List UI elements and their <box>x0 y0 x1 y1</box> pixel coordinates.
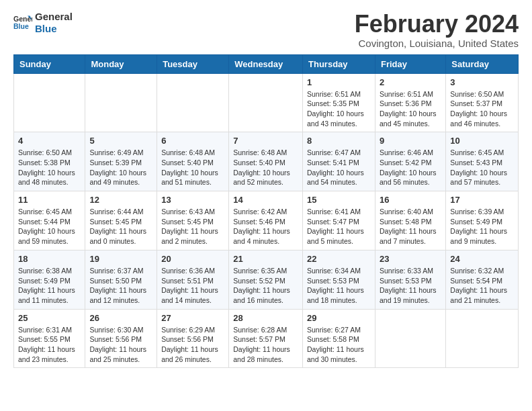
calendar-cell: 17Sunrise: 6:39 AM Sunset: 5:49 PM Dayli… <box>446 191 519 250</box>
calendar-cell <box>85 73 157 132</box>
day-number: 5 <box>89 136 152 146</box>
calendar-cell: 1Sunrise: 6:51 AM Sunset: 5:35 PM Daylig… <box>303 73 375 132</box>
day-info: Sunrise: 6:32 AM Sunset: 5:54 PM Dayligh… <box>450 266 514 306</box>
day-number: 15 <box>307 195 371 205</box>
week-row-2: 11Sunrise: 6:45 AM Sunset: 5:44 PM Dayli… <box>14 191 519 250</box>
day-number: 7 <box>233 136 298 146</box>
title-section: February 2024 Covington, Louisiana, Unit… <box>355 11 519 49</box>
calendar-cell <box>229 73 303 132</box>
day-info: Sunrise: 6:41 AM Sunset: 5:47 PM Dayligh… <box>307 207 371 246</box>
day-info: Sunrise: 6:33 AM Sunset: 5:53 PM Dayligh… <box>380 266 441 306</box>
week-row-0: 1Sunrise: 6:51 AM Sunset: 5:35 PM Daylig… <box>14 73 519 132</box>
day-number: 6 <box>161 136 224 146</box>
calendar-cell: 20Sunrise: 6:36 AM Sunset: 5:51 PM Dayli… <box>157 250 229 309</box>
day-info: Sunrise: 6:48 AM Sunset: 5:40 PM Dayligh… <box>161 148 224 187</box>
day-number: 26 <box>89 313 152 323</box>
day-info: Sunrise: 6:46 AM Sunset: 5:42 PM Dayligh… <box>380 148 441 187</box>
day-info: Sunrise: 6:34 AM Sunset: 5:53 PM Dayligh… <box>307 266 371 306</box>
calendar-cell: 26Sunrise: 6:30 AM Sunset: 5:56 PM Dayli… <box>85 309 157 368</box>
calendar-cell: 19Sunrise: 6:37 AM Sunset: 5:50 PM Dayli… <box>85 250 157 309</box>
day-info: Sunrise: 6:44 AM Sunset: 5:45 PM Dayligh… <box>89 207 152 246</box>
location-title: Covington, Louisiana, United States <box>355 38 519 49</box>
day-number: 8 <box>307 136 371 146</box>
calendar-cell: 11Sunrise: 6:45 AM Sunset: 5:44 PM Dayli… <box>14 191 85 250</box>
logo-icon: General Blue <box>13 13 32 32</box>
day-number: 24 <box>450 254 514 264</box>
day-number: 9 <box>380 136 441 146</box>
day-number: 11 <box>18 195 81 205</box>
day-number: 4 <box>18 136 81 146</box>
week-row-3: 18Sunrise: 6:38 AM Sunset: 5:49 PM Dayli… <box>14 250 519 309</box>
calendar-cell <box>14 73 85 132</box>
week-row-1: 4Sunrise: 6:50 AM Sunset: 5:38 PM Daylig… <box>14 132 519 191</box>
day-info: Sunrise: 6:27 AM Sunset: 5:58 PM Dayligh… <box>307 325 371 365</box>
day-info: Sunrise: 6:37 AM Sunset: 5:50 PM Dayligh… <box>89 266 152 306</box>
calendar-cell: 7Sunrise: 6:48 AM Sunset: 5:40 PM Daylig… <box>229 132 303 191</box>
day-info: Sunrise: 6:30 AM Sunset: 5:56 PM Dayligh… <box>89 325 152 365</box>
day-info: Sunrise: 6:39 AM Sunset: 5:49 PM Dayligh… <box>450 207 514 246</box>
calendar-cell: 9Sunrise: 6:46 AM Sunset: 5:42 PM Daylig… <box>375 132 445 191</box>
day-number: 28 <box>233 313 298 323</box>
calendar-cell: 13Sunrise: 6:43 AM Sunset: 5:45 PM Dayli… <box>157 191 229 250</box>
day-number: 25 <box>18 313 81 323</box>
calendar-cell: 21Sunrise: 6:35 AM Sunset: 5:52 PM Dayli… <box>229 250 303 309</box>
day-info: Sunrise: 6:28 AM Sunset: 5:57 PM Dayligh… <box>233 325 298 365</box>
calendar-cell: 22Sunrise: 6:34 AM Sunset: 5:53 PM Dayli… <box>303 250 375 309</box>
day-number: 29 <box>307 313 371 323</box>
day-number: 12 <box>89 195 152 205</box>
day-info: Sunrise: 6:43 AM Sunset: 5:45 PM Dayligh… <box>161 207 224 246</box>
day-number: 18 <box>18 254 81 264</box>
calendar-cell: 3Sunrise: 6:50 AM Sunset: 5:37 PM Daylig… <box>446 73 519 132</box>
day-info: Sunrise: 6:51 AM Sunset: 5:35 PM Dayligh… <box>307 89 371 129</box>
day-number: 2 <box>380 77 441 87</box>
calendar-cell <box>375 309 445 368</box>
day-info: Sunrise: 6:31 AM Sunset: 5:55 PM Dayligh… <box>18 325 81 365</box>
calendar-cell: 16Sunrise: 6:40 AM Sunset: 5:48 PM Dayli… <box>375 191 445 250</box>
day-number: 10 <box>450 136 514 146</box>
calendar-cell: 14Sunrise: 6:42 AM Sunset: 5:46 PM Dayli… <box>229 191 303 250</box>
calendar-cell: 15Sunrise: 6:41 AM Sunset: 5:47 PM Dayli… <box>303 191 375 250</box>
header-wednesday: Wednesday <box>229 54 303 73</box>
day-info: Sunrise: 6:49 AM Sunset: 5:39 PM Dayligh… <box>89 148 152 187</box>
calendar-cell: 6Sunrise: 6:48 AM Sunset: 5:40 PM Daylig… <box>157 132 229 191</box>
weekday-header-row: Sunday Monday Tuesday Wednesday Thursday… <box>14 54 519 73</box>
calendar-cell: 4Sunrise: 6:50 AM Sunset: 5:38 PM Daylig… <box>14 132 85 191</box>
calendar-cell: 2Sunrise: 6:51 AM Sunset: 5:36 PM Daylig… <box>375 73 445 132</box>
calendar-cell: 28Sunrise: 6:28 AM Sunset: 5:57 PM Dayli… <box>229 309 303 368</box>
calendar-cell <box>446 309 519 368</box>
header-saturday: Saturday <box>446 54 519 73</box>
day-info: Sunrise: 6:29 AM Sunset: 5:56 PM Dayligh… <box>161 325 224 365</box>
day-number: 1 <box>307 77 371 87</box>
day-info: Sunrise: 6:50 AM Sunset: 5:37 PM Dayligh… <box>450 89 514 129</box>
logo-line1: General <box>35 11 73 23</box>
day-number: 3 <box>450 77 514 87</box>
calendar-cell: 25Sunrise: 6:31 AM Sunset: 5:55 PM Dayli… <box>14 309 85 368</box>
day-number: 13 <box>161 195 224 205</box>
day-info: Sunrise: 6:47 AM Sunset: 5:41 PM Dayligh… <box>307 148 371 187</box>
day-info: Sunrise: 6:36 AM Sunset: 5:51 PM Dayligh… <box>161 266 224 306</box>
day-number: 19 <box>89 254 152 264</box>
day-info: Sunrise: 6:40 AM Sunset: 5:48 PM Dayligh… <box>380 207 441 246</box>
day-info: Sunrise: 6:48 AM Sunset: 5:40 PM Dayligh… <box>233 148 298 187</box>
calendar-cell: 27Sunrise: 6:29 AM Sunset: 5:56 PM Dayli… <box>157 309 229 368</box>
day-number: 21 <box>233 254 298 264</box>
day-number: 23 <box>380 254 441 264</box>
week-row-4: 25Sunrise: 6:31 AM Sunset: 5:55 PM Dayli… <box>14 309 519 368</box>
calendar-cell: 23Sunrise: 6:33 AM Sunset: 5:53 PM Dayli… <box>375 250 445 309</box>
day-info: Sunrise: 6:35 AM Sunset: 5:52 PM Dayligh… <box>233 266 298 306</box>
logo: General Blue General Blue <box>13 11 73 35</box>
day-number: 16 <box>380 195 441 205</box>
day-number: 20 <box>161 254 224 264</box>
day-info: Sunrise: 6:51 AM Sunset: 5:36 PM Dayligh… <box>380 89 441 129</box>
header-friday: Friday <box>375 54 445 73</box>
calendar-table: Sunday Monday Tuesday Wednesday Thursday… <box>13 54 519 369</box>
day-info: Sunrise: 6:50 AM Sunset: 5:38 PM Dayligh… <box>18 148 81 187</box>
day-number: 17 <box>450 195 514 205</box>
day-info: Sunrise: 6:45 AM Sunset: 5:43 PM Dayligh… <box>450 148 514 187</box>
day-number: 14 <box>233 195 298 205</box>
calendar-cell: 5Sunrise: 6:49 AM Sunset: 5:39 PM Daylig… <box>85 132 157 191</box>
calendar-cell: 10Sunrise: 6:45 AM Sunset: 5:43 PM Dayli… <box>446 132 519 191</box>
day-info: Sunrise: 6:45 AM Sunset: 5:44 PM Dayligh… <box>18 207 81 246</box>
day-info: Sunrise: 6:38 AM Sunset: 5:49 PM Dayligh… <box>18 266 81 306</box>
logo-line2: Blue <box>35 23 73 35</box>
